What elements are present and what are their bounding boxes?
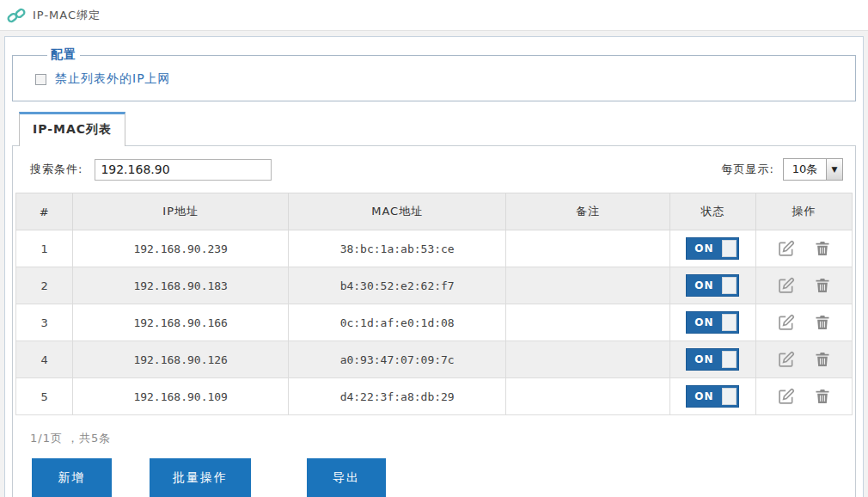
chevron-down-icon[interactable]: ▼ [826,159,842,180]
ip-mac-table: # IP地址 MAC地址 备注 状态 操作 1192.168.90.23938:… [15,193,853,415]
toggle-knob [722,388,737,405]
row-index: 5 [16,378,73,415]
edit-icon [778,240,795,257]
status-toggle[interactable]: ON [686,274,739,297]
toggle-knob [722,240,737,257]
row-ip: 192.168.90.239 [73,230,289,267]
row-mac: 38:bc:1a:ab:53:ce [289,230,506,267]
add-button[interactable]: 新增 [32,458,112,497]
edit-button[interactable] [778,240,795,257]
ip-mac-list-panel: 搜索条件: 每页显示: 10条 ▼ # IP地址 MAC地址 备注 状态 [12,145,856,497]
table-row: 3192.168.90.1660c:1d:af:e0:1d:08ON [16,304,853,341]
export-button[interactable]: 导出 [307,458,386,497]
table-header-row: # IP地址 MAC地址 备注 状态 操作 [16,193,853,230]
row-mac: d4:22:3f:a8:db:29 [289,378,506,415]
status-toggle[interactable]: ON [686,237,739,260]
pagination-text: 1/1页 ，共5条 [13,415,855,446]
row-remark [506,378,670,415]
per-page-label: 每页显示: [722,162,774,177]
row-index: 2 [16,267,73,304]
row-remark [506,341,670,378]
table-row: 5192.168.90.109d4:22:3f:a8:db:29ON [16,378,853,415]
tab-strip: IP-MAC列表 [12,112,856,145]
col-remark: 备注 [506,193,670,230]
col-ip: IP地址 [73,193,289,230]
row-mac: 0c:1d:af:e0:1d:08 [289,304,506,341]
edit-icon [778,351,795,368]
delete-button[interactable] [814,314,831,331]
row-ip: 192.168.90.166 [73,304,289,341]
toggle-knob [722,314,737,331]
per-page-select[interactable]: 10条 ▼ [783,158,843,181]
search-label: 搜索条件: [30,162,83,177]
page-title: IP-MAC绑定 [33,8,101,23]
toggle-knob [722,277,737,294]
status-toggle[interactable]: ON [686,311,739,334]
search-row: 搜索条件: 每页显示: 10条 ▼ [13,146,855,193]
col-actions: 操作 [756,193,853,230]
row-remark [506,267,670,304]
row-index: 4 [16,341,73,378]
row-remark [506,230,670,267]
status-toggle[interactable]: ON [686,348,739,371]
delete-button[interactable] [814,277,831,294]
config-legend: 配置 [47,47,80,63]
table-row: 2192.168.90.183b4:30:52:e2:62:f7ON [16,267,853,304]
row-ip: 192.168.90.183 [73,267,289,304]
content-panel: 配置 禁止列表外的IP上网 IP-MAC列表 搜索条件: 每页显示: 10条 ▼ [4,36,864,497]
link-icon [7,6,26,25]
delete-button[interactable] [814,388,831,405]
restrict-checkbox[interactable] [35,74,46,85]
trash-icon [814,240,831,257]
page-header: IP-MAC绑定 [0,0,868,31]
edit-button[interactable] [778,351,795,368]
search-input[interactable] [95,159,272,181]
row-ip: 192.168.90.109 [73,378,289,415]
row-index: 1 [16,230,73,267]
row-mac: a0:93:47:07:09:7c [289,341,506,378]
delete-button[interactable] [814,351,831,368]
restrict-checkbox-label: 禁止列表外的IP上网 [55,71,171,87]
col-index: # [16,193,73,230]
trash-icon [814,314,831,331]
edit-icon [778,277,795,294]
status-toggle[interactable]: ON [686,385,739,408]
trash-icon [814,388,831,405]
button-row: 新增 批量操作 导出 [13,446,855,497]
per-page-value: 10条 [784,162,826,177]
row-remark [506,304,670,341]
toggle-knob [722,351,737,368]
edit-button[interactable] [778,314,795,331]
row-ip: 192.168.90.126 [73,341,289,378]
batch-operation-button[interactable]: 批量操作 [150,458,251,497]
row-index: 3 [16,304,73,341]
trash-icon [814,277,831,294]
table-row: 1192.168.90.23938:bc:1a:ab:53:ceON [16,230,853,267]
delete-button[interactable] [814,240,831,257]
col-mac: MAC地址 [289,193,506,230]
row-mac: b4:30:52:e2:62:f7 [289,267,506,304]
trash-icon [814,351,831,368]
edit-icon [778,388,795,405]
table-row: 4192.168.90.126a0:93:47:07:09:7cON [16,341,853,378]
table-body: 1192.168.90.23938:bc:1a:ab:53:ceON2192.1… [16,230,853,415]
edit-icon [778,314,795,331]
col-status: 状态 [669,193,755,230]
config-fieldset: 配置 禁止列表外的IP上网 [12,47,856,101]
tab-ip-mac-list[interactable]: IP-MAC列表 [19,112,125,146]
edit-button[interactable] [778,388,795,405]
edit-button[interactable] [778,277,795,294]
